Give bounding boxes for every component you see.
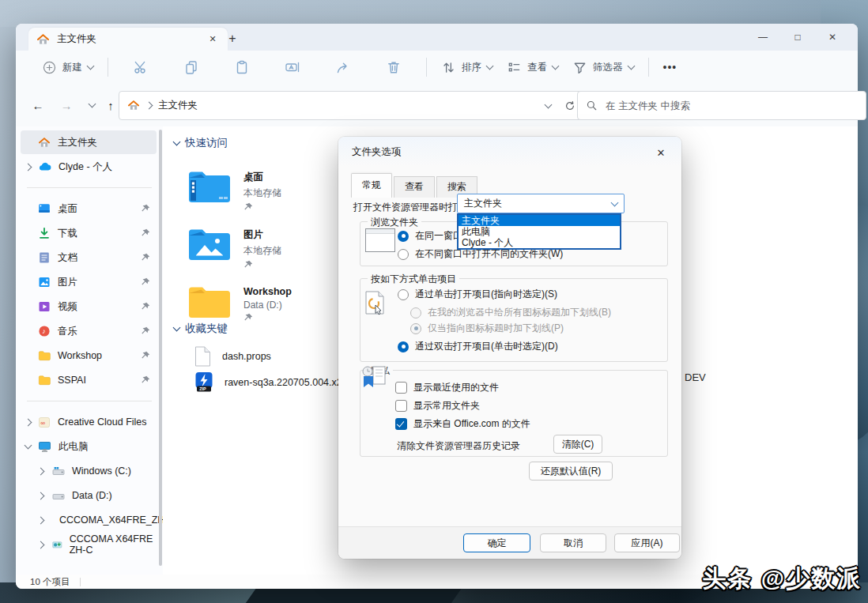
sidebar-item-windows-c[interactable]: Windows (C:) (21, 459, 157, 483)
section-favorites[interactable]: 收藏夹键 (174, 322, 228, 336)
dropdown-option-home[interactable]: 主文件夹 (459, 215, 620, 226)
sidebar-item-data-d[interactable]: Data (D:) (21, 484, 157, 507)
sidebar-item-downloads[interactable]: 下载 (21, 221, 157, 245)
expand-chevron-icon[interactable] (37, 492, 45, 499)
tab-general[interactable]: 常规 (351, 173, 392, 198)
documents-icon (38, 251, 51, 264)
address-bar[interactable]: 主文件夹 (119, 91, 585, 120)
checkbox-frequent-folders[interactable]: 显示常用文件夹 (395, 399, 480, 413)
share-button[interactable] (318, 55, 368, 80)
filter-button[interactable]: 筛选器 (565, 55, 641, 80)
file-row-raven-zip[interactable]: ZIP raven-sq3a.220705.004.x2-f (194, 371, 348, 393)
apply-button[interactable]: 应用(A) (614, 533, 680, 552)
paste-button[interactable] (217, 55, 267, 80)
minimize-button[interactable]: — (745, 27, 780, 47)
file-row-dash-props[interactable]: dash.props (194, 346, 271, 367)
folder-icon (38, 375, 51, 386)
sidebar-item-sspai[interactable]: SSPAI (21, 368, 157, 392)
tile-desktop[interactable]: 桌面 本地存储 (187, 168, 281, 214)
clear-button[interactable]: 清除(C) (553, 435, 602, 454)
sidebar-item-this-pc[interactable]: 此电脑 (21, 435, 157, 458)
checkbox-recent-files[interactable]: 显示最近使用的文件 (395, 381, 499, 394)
sidebar-item-onedrive[interactable]: Clyde - 个人 (21, 155, 157, 179)
radio-underline-hover[interactable]: 仅当指向图标标题时加下划线(P) (410, 322, 564, 335)
dropdown-option-this-pc[interactable]: 此电脑 (459, 226, 620, 237)
search-box[interactable] (577, 91, 866, 120)
trash-icon (386, 59, 402, 75)
dialog-button-strip: 确定 取消 应用(A) (338, 526, 681, 559)
collapse-chevron-icon[interactable] (25, 442, 32, 450)
restore-defaults-button[interactable]: 还原默认值(R) (529, 462, 613, 481)
sidebar-item-label: Workshop (58, 350, 102, 361)
dropdown-option-onedrive[interactable]: Clyde - 个人 (459, 237, 620, 248)
sidebar-scrollbar[interactable] (159, 130, 162, 566)
more-button[interactable]: ••• (656, 55, 685, 80)
chevron-down-icon (552, 62, 560, 70)
delete-button[interactable] (368, 55, 419, 80)
sidebar-divider (27, 401, 152, 401)
refresh-icon[interactable] (564, 100, 576, 112)
downloads-icon (38, 227, 51, 239)
sidebar-item-label: 图片 (58, 276, 77, 289)
expand-chevron-icon[interactable] (37, 516, 45, 524)
cut-button[interactable] (115, 55, 166, 80)
expand-chevron-icon[interactable] (37, 541, 45, 548)
sidebar-item-pictures[interactable]: 图片 (21, 270, 157, 294)
tab-strip: 主文件夹 ✕ + — □ ✕ (16, 24, 858, 51)
search-icon (586, 100, 598, 111)
view-button[interactable]: 查看 (500, 55, 565, 80)
folder-options-dialog: 文件夹选项 ✕ 常规 查看 搜索 打开文件资源管理器时打开 主文件夹 主文件夹 … (338, 137, 681, 559)
sidebar-item-label: 下载 (58, 227, 77, 240)
filter-button-label: 筛选器 (593, 61, 623, 74)
tile-pictures[interactable]: 图片 本地存储 (187, 225, 281, 272)
forward-button[interactable]: → (55, 94, 77, 116)
tile-workshop[interactable]: Workshop Data (D:) (187, 283, 292, 325)
dialog-close-button[interactable]: ✕ (651, 143, 670, 162)
sidebar-item-music[interactable]: ♪ 音乐 (21, 319, 157, 343)
sidebar-item-label: Clyde - 个人 (58, 160, 112, 174)
breadcrumb[interactable]: 主文件夹 (158, 99, 198, 112)
rename-icon (285, 59, 300, 75)
tile-name: 图片 (243, 228, 281, 242)
copy-button[interactable] (166, 55, 217, 80)
sidebar-item-label: Data (D:) (72, 490, 112, 501)
sidebar-item-videos[interactable]: 视频 (21, 295, 157, 318)
radio-single-click[interactable]: 通过单击打开项目(指向时选定)(S) (398, 288, 557, 301)
videos-icon (38, 300, 51, 313)
radio-underline-all[interactable]: 在我的浏览器中给所有图标标题加下划线(B) (410, 306, 611, 319)
sidebar-item-home[interactable]: 主文件夹 (21, 130, 157, 154)
open-to-combobox[interactable]: 主文件夹 (457, 194, 625, 213)
tab-view[interactable]: 查看 (394, 176, 435, 198)
section-quick-access[interactable]: 快速访问 (174, 136, 228, 150)
expand-chevron-icon[interactable] (25, 163, 32, 171)
explorer-tab[interactable]: 主文件夹 ✕ (28, 28, 228, 51)
sort-button[interactable]: 排序 (434, 55, 500, 80)
tab-close-button[interactable]: ✕ (206, 32, 220, 47)
radio-label: 在我的浏览器中给所有图标标题加下划线(B) (428, 306, 611, 319)
ok-button[interactable]: 确定 (463, 533, 530, 552)
address-dropdown-icon[interactable] (545, 100, 553, 108)
new-button[interactable]: 新建 (35, 55, 100, 80)
close-button[interactable]: ✕ (815, 27, 850, 47)
new-tab-button[interactable]: + (223, 29, 242, 48)
back-button[interactable]: ← (27, 94, 49, 116)
radio-label: 仅当指向图标标题时加下划线(P) (428, 322, 564, 335)
sidebar-item-workshop[interactable]: Workshop (21, 344, 157, 367)
sidebar-item-documents[interactable]: 文档 (21, 246, 157, 269)
radio-double-click[interactable]: 通过双击打开项目(单击时选定)(D) (398, 340, 558, 353)
rename-button[interactable] (267, 55, 318, 80)
sidebar-item-label: CCCOMA_X64FRE_ZH- (59, 514, 168, 526)
sidebar-item-cccoma-1[interactable]: CCCOMA_X64FRE_ZH- (21, 508, 157, 532)
sidebar-item-desktop[interactable]: 桌面 (21, 197, 157, 220)
maximize-button[interactable]: □ (780, 27, 815, 47)
expand-chevron-icon[interactable] (37, 467, 45, 475)
search-input[interactable] (604, 100, 858, 112)
sidebar-item-cccoma-2[interactable]: CCCOMA X64FRE ZH-C (21, 533, 157, 556)
expand-chevron-icon[interactable] (25, 418, 32, 426)
pin-icon (141, 351, 150, 360)
radio-label: 通过单击打开项目(指向时选定)(S) (415, 288, 557, 301)
plus-circle-icon (42, 60, 57, 75)
checkbox-office-files[interactable]: 显示来自 Office.com 的文件 (395, 417, 530, 431)
sidebar-item-creative-cloud[interactable]: ∞ Creative Cloud Files (21, 410, 157, 434)
cancel-button[interactable]: 取消 (540, 533, 606, 552)
